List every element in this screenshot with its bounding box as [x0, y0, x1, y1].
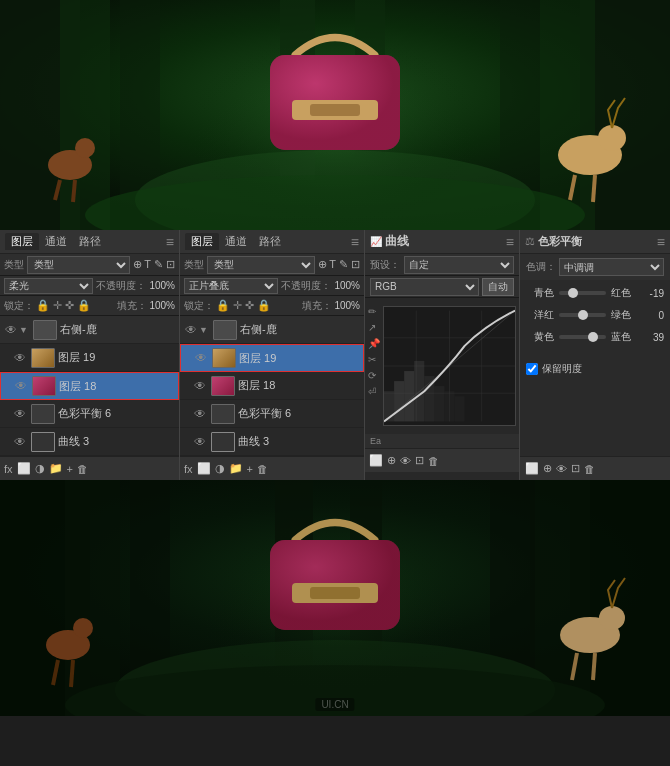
- panel-left-bottom: fx ⬜ ◑ 📁 + 🗑: [0, 456, 179, 480]
- opacity-value-left: 100%: [149, 280, 175, 291]
- curves-graph: [383, 306, 516, 426]
- layer-list-left: 👁 ▼ 右侧-鹿 👁 图层 19 👁 图层 18 👁 色彩平衡 6: [0, 316, 179, 456]
- tab-paths-mid[interactable]: 路径: [253, 233, 287, 250]
- eye-icon[interactable]: 👁: [192, 434, 208, 450]
- fill-label-left: 填充：: [117, 299, 147, 313]
- layer-list-mid: 👁 ▼ 右侧-鹿 👁 图层 19 👁 图层 18 👁 色彩平衡 6: [180, 316, 364, 456]
- preserve-label: 保留明度: [542, 362, 582, 376]
- yellow-blue-track[interactable]: [559, 335, 606, 339]
- eye-icon[interactable]: 👁: [3, 322, 19, 338]
- layer-name-19-mid: 图层 19: [239, 351, 360, 366]
- new-layer-icon[interactable]: +: [67, 463, 73, 475]
- curves-bottom-icon-4[interactable]: ⊡: [415, 454, 424, 467]
- tab-channels-left[interactable]: 通道: [39, 233, 73, 250]
- new-layer-icon-mid[interactable]: +: [247, 463, 253, 475]
- curves-tool-6[interactable]: ⏎: [368, 386, 380, 397]
- layer-group-right-deer-left[interactable]: 👁 ▼ 右侧-鹿: [0, 316, 179, 344]
- curves-tool-3[interactable]: 📌: [368, 338, 380, 349]
- layer-color-balance-left[interactable]: 👁 色彩平衡 6: [0, 400, 179, 428]
- top-scene-svg: [0, 0, 670, 230]
- magenta-green-handle[interactable]: [578, 310, 588, 320]
- auto-button[interactable]: 自动: [482, 278, 514, 296]
- eye-icon[interactable]: 👁: [192, 406, 208, 422]
- adjustment-icon[interactable]: ◑: [35, 462, 45, 475]
- eye-icon[interactable]: 👁: [12, 350, 28, 366]
- cb-bottom-icon-2[interactable]: ⊕: [543, 462, 552, 475]
- cyan-red-track[interactable]: [559, 291, 606, 295]
- delete-icon-mid[interactable]: 🗑: [257, 463, 268, 475]
- eye-icon[interactable]: 👁: [192, 378, 208, 394]
- layer-name: 右侧-鹿: [60, 322, 176, 337]
- curves-bottom-icon-3[interactable]: 👁: [400, 455, 411, 467]
- layer-19-mid[interactable]: 👁 图层 19: [180, 344, 364, 372]
- layer-name-19: 图层 19: [58, 350, 176, 365]
- cyan-red-handle[interactable]: [568, 288, 578, 298]
- curves-io-label: Ea: [370, 436, 381, 446]
- eye-icon[interactable]: 👁: [12, 406, 28, 422]
- blue-label: 蓝色: [611, 330, 639, 344]
- fx-icon[interactable]: fx: [4, 463, 13, 475]
- layer-group-right-deer-mid[interactable]: 👁 ▼ 右侧-鹿: [180, 316, 364, 344]
- mask-icon-mid[interactable]: ⬜: [197, 462, 211, 475]
- layer-curves-mid[interactable]: 👁 曲线 3: [180, 428, 364, 456]
- cb-bottom-icon-3[interactable]: 👁: [556, 463, 567, 475]
- layer-18-mid[interactable]: 👁 图层 18: [180, 372, 364, 400]
- layer-color-balance-mid[interactable]: 👁 色彩平衡 6: [180, 400, 364, 428]
- panel-left-menu-icon[interactable]: ≡: [166, 234, 174, 250]
- layer-19-left[interactable]: 👁 图层 19: [0, 344, 179, 372]
- tab-channels-mid[interactable]: 通道: [219, 233, 253, 250]
- adjustment-icon-mid[interactable]: ◑: [215, 462, 225, 475]
- curves-bottom-icon-5[interactable]: 🗑: [428, 455, 439, 467]
- curves-bottom: ⬜ ⊕ 👁 ⊡ 🗑: [365, 448, 519, 472]
- layer-thumb-cb-mid: [211, 404, 235, 424]
- type-select-mid[interactable]: 类型: [207, 256, 315, 274]
- curves-menu-icon[interactable]: ≡: [506, 234, 514, 250]
- magenta-green-track[interactable]: [559, 313, 606, 317]
- folder-icon[interactable]: 📁: [49, 462, 63, 475]
- svg-rect-46: [490, 480, 535, 680]
- svg-line-23: [593, 175, 595, 202]
- curves-title: 曲线: [385, 233, 409, 250]
- cb-bottom-icon-1[interactable]: ⬜: [525, 462, 539, 475]
- eye-icon[interactable]: 👁: [12, 434, 28, 450]
- curves-tool-5[interactable]: ⟳: [368, 370, 380, 381]
- tone-select[interactable]: 中调调: [559, 258, 664, 276]
- curves-tool-2[interactable]: ↗: [368, 322, 380, 333]
- yellow-blue-handle[interactable]: [588, 332, 598, 342]
- lock-icons-mid: 🔒 ✛ ✜ 🔒: [216, 299, 271, 312]
- layer-curves-left[interactable]: 👁 曲线 3: [0, 428, 179, 456]
- preset-select[interactable]: 自定: [404, 256, 514, 274]
- folder-icon-mid[interactable]: 📁: [229, 462, 243, 475]
- tab-paths-left[interactable]: 路径: [73, 233, 107, 250]
- eye-icon[interactable]: 👁: [183, 322, 199, 338]
- layer-name-18-mid: 图层 18: [238, 378, 361, 393]
- svg-line-59: [71, 660, 73, 687]
- mask-icon[interactable]: ⬜: [17, 462, 31, 475]
- tab-layers-left[interactable]: 图层: [5, 233, 39, 250]
- curves-tool-1[interactable]: ✏: [368, 306, 380, 317]
- preserve-checkbox[interactable]: [526, 363, 538, 375]
- svg-rect-34: [404, 371, 414, 421]
- type-select-left[interactable]: 类型: [27, 256, 130, 274]
- layer-thumb: [33, 320, 57, 340]
- tab-layers-mid[interactable]: 图层: [185, 233, 219, 250]
- curves-bottom-icon-2[interactable]: ⊕: [387, 454, 396, 467]
- blend-select-left[interactable]: 柔光: [4, 278, 93, 294]
- svg-rect-39: [455, 396, 465, 421]
- cb-preserve-row: 保留明度: [520, 358, 670, 380]
- curves-tool-4[interactable]: ✂: [368, 354, 380, 365]
- curves-bottom-icon-1[interactable]: ⬜: [369, 454, 383, 467]
- eye-icon[interactable]: 👁: [193, 350, 209, 366]
- channel-select[interactable]: RGB: [370, 278, 479, 296]
- fx-icon-mid[interactable]: fx: [184, 463, 193, 475]
- layer-18-left[interactable]: 👁 图层 18: [0, 372, 179, 400]
- cb-bottom-icon-4[interactable]: ⊡: [571, 462, 580, 475]
- cb-title: 色彩平衡: [538, 234, 582, 249]
- delete-icon[interactable]: 🗑: [77, 463, 88, 475]
- cb-menu-icon[interactable]: ≡: [657, 234, 665, 250]
- layer-thumb: [213, 320, 237, 340]
- cb-bottom-icon-5[interactable]: 🗑: [584, 463, 595, 475]
- panel-middle-menu-icon[interactable]: ≡: [351, 234, 359, 250]
- eye-icon[interactable]: 👁: [13, 378, 29, 394]
- blend-select-mid[interactable]: 正片叠底: [184, 278, 278, 294]
